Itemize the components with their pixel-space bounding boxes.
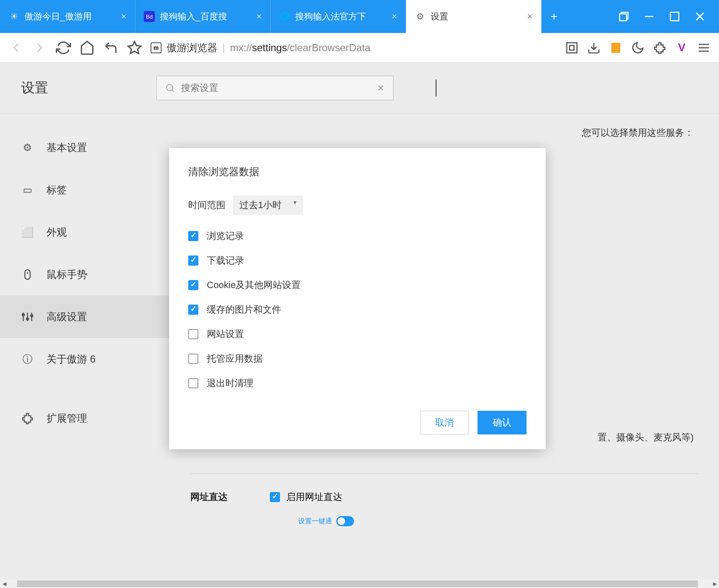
check-site-settings[interactable]: 网站设置 [188,328,527,341]
confirm-button[interactable]: 确认 [478,411,527,434]
maximize-icon[interactable] [668,10,681,23]
sidebar-label: 鼠标手势 [47,268,87,281]
favorite-button[interactable] [127,40,142,55]
svg-point-13 [167,85,173,91]
new-tab-button[interactable]: + [541,0,567,33]
checkbox-icon[interactable] [188,329,198,339]
puzzle-icon [21,412,34,425]
baidu-icon: Bd [144,11,155,22]
restore-icon[interactable] [617,10,630,23]
sidebar-item-tabs[interactable]: ▭标签 [0,169,169,211]
sidebar-label: 标签 [47,183,67,197]
window-controls [605,0,719,33]
time-range-select[interactable]: 过去1小时 [233,195,303,215]
reload-button[interactable] [56,40,71,55]
close-icon[interactable]: × [392,11,397,22]
time-label: 时间范围 [188,199,225,212]
vbox-icon[interactable]: V [675,41,689,55]
clear-icon[interactable]: ✕ [377,83,384,93]
sidebar-item-advanced[interactable]: 高级设置 [0,296,169,338]
search-input[interactable] [181,82,371,93]
sidebar-item-mouse[interactable]: 鼠标手势 [0,253,169,296]
checkbox-label: 退出时清理 [207,377,253,390]
svg-line-14 [172,90,174,92]
time-range-row: 时间范围 过去1小时 [188,195,527,215]
bg-text: 您可以选择禁用这些服务： [582,126,694,139]
checkbox-icon[interactable] [188,378,198,388]
checkbox-icon[interactable] [188,280,198,290]
toolbar-right: V [565,41,711,55]
back-button[interactable] [8,40,24,55]
sidebar: ⚙基本设置 ▭标签 ⬜外观 鼠标手势 高级设置 ⓘ关于傲游 6 扩展管理 [0,114,169,580]
close-window-icon[interactable] [694,10,706,23]
check-on-exit[interactable]: 退出时清理 [188,377,527,390]
tab-settings[interactable]: ⚙ 设置 × [406,0,541,33]
tab-title: 设置 [431,11,522,22]
dialog-title: 清除浏览器数据 [188,165,527,179]
sliders-icon [21,310,34,323]
toggle-icon[interactable] [336,516,354,526]
cancel-button[interactable]: 取消 [420,411,469,434]
checkbox-label: 缓存的图片和文件 [207,303,281,316]
checkbox-label: 下载记录 [207,254,244,267]
sidebar-label: 扩展管理 [47,412,87,425]
gear-icon: ⚙ [414,11,425,22]
tabs: ☀ 傲游今日_傲游用 × Bd 搜狗输入_百度搜 × 🌐 搜狗输入法官方下 × … [0,0,605,33]
check-cookies[interactable]: Cookie及其他网站设置 [188,279,527,291]
svg-point-20 [22,314,25,316]
bg-text: 置、摄像头、麦克风等) [598,431,694,444]
checkbox-icon[interactable] [270,492,280,502]
undo-button[interactable] [103,40,118,55]
horizontal-scrollbar[interactable]: ◀ ▶ [0,580,719,588]
svg-rect-9 [611,43,620,53]
titlebar: ☀ 傲游今日_傲游用 × Bd 搜狗输入_百度搜 × 🌐 搜狗输入法官方下 × … [0,0,719,33]
download-icon[interactable] [587,41,601,55]
svg-rect-1 [620,14,626,21]
sidebar-label: 外观 [47,225,67,239]
mouse-icon [21,268,34,281]
scroll-right-icon[interactable]: ▶ [711,581,719,587]
notes-icon[interactable] [609,41,623,55]
night-mode-icon[interactable] [631,41,645,55]
sidebar-item-extensions[interactable]: 扩展管理 [0,397,169,440]
home-button[interactable] [80,40,95,55]
scrollbar-thumb[interactable] [17,580,698,587]
checkbox-icon[interactable] [188,305,198,315]
sun-icon: ☀ [8,11,19,22]
sidebar-item-appearance[interactable]: ⬜外观 [0,211,169,253]
address-bar[interactable]: m 傲游浏览器 | mx://settings/clearBrowserData [151,41,557,55]
page-title: 设置 [21,79,131,97]
check-download-history[interactable]: 下载记录 [188,254,527,267]
separator: | [222,42,225,53]
tab-maxthon-today[interactable]: ☀ 傲游今日_傲游用 × [0,0,135,33]
check-hosted-app[interactable]: 托管应用数据 [188,352,527,365]
minimize-icon[interactable] [643,10,656,23]
enable-url-direct[interactable]: 启用网址直达 [270,491,342,503]
forward-button[interactable] [32,40,47,55]
separator [0,380,169,397]
tab-icon: ▭ [21,184,34,196]
close-icon[interactable]: × [256,11,262,22]
extensions-icon[interactable] [653,41,667,55]
info-icon: ⓘ [21,353,34,365]
one-key-link[interactable]: 设置一键通 [298,516,698,526]
close-icon[interactable]: × [121,11,126,22]
check-cache[interactable]: 缓存的图片和文件 [188,303,527,316]
checkbox-icon[interactable] [188,256,198,266]
close-icon[interactable]: × [527,11,532,22]
search-box[interactable]: ✕ [156,76,393,100]
checkbox-icon[interactable] [188,231,198,241]
svg-rect-8 [570,45,574,50]
svg-point-22 [31,315,33,317]
check-browsing-history[interactable]: 浏览记录 [188,230,527,242]
screenshot-icon[interactable] [565,41,579,55]
sidebar-item-about[interactable]: ⓘ关于傲游 6 [0,338,169,380]
sidebar-item-basic[interactable]: ⚙基本设置 [0,126,169,169]
checkbox-icon[interactable] [188,354,198,364]
svg-rect-7 [567,43,577,53]
tab-baidu[interactable]: Bd 搜狗输入_百度搜 × [135,0,271,33]
tab-sogou[interactable]: 🌐 搜狗输入法官方下 × [271,0,406,33]
scroll-left-icon[interactable]: ◀ [0,581,8,587]
tab-title: 傲游今日_傲游用 [25,11,116,22]
menu-icon[interactable] [697,41,711,55]
